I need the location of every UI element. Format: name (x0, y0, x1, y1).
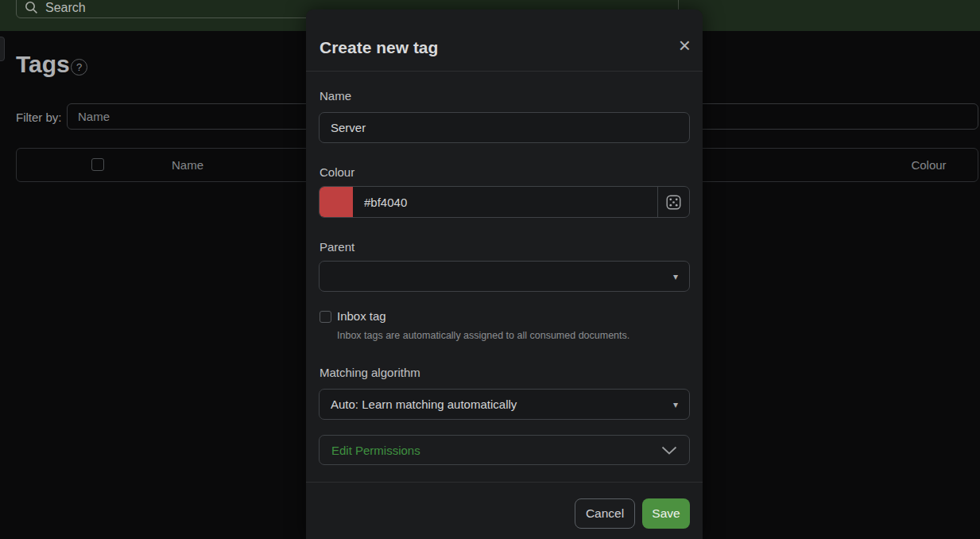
caret-down-icon: ▾ (673, 399, 678, 410)
modal-title: Create new tag (320, 38, 438, 57)
create-tag-modal: Create new tag × Name Colour Parent ▾ In… (306, 10, 703, 539)
inbox-tag-label[interactable]: Inbox tag (337, 309, 386, 323)
caret-down-icon: ▾ (673, 271, 678, 282)
search-icon (25, 1, 38, 14)
matching-algorithm-select[interactable]: Auto: Learn matching automatically ▾ (319, 389, 690, 420)
sidebar-edge-fragment (0, 37, 5, 61)
page-title: Tags (16, 51, 70, 78)
colour-label: Colour (320, 165, 354, 179)
edit-permissions-label: Edit Permissions (331, 444, 420, 457)
close-icon[interactable]: × (679, 35, 691, 56)
colour-input-group (319, 186, 690, 218)
dice-icon (666, 195, 681, 210)
inbox-tag-hint: Inbox tags are automatically assigned to… (337, 330, 629, 341)
column-header-colour[interactable]: Colour (891, 158, 966, 172)
column-header-name[interactable]: Name (144, 158, 231, 172)
random-colour-button[interactable] (657, 187, 689, 217)
colour-hex-input[interactable] (353, 187, 657, 217)
parent-label: Parent (320, 240, 354, 254)
help-icon[interactable]: ? (71, 59, 87, 76)
cancel-button[interactable]: Cancel (575, 498, 635, 529)
name-label: Name (320, 89, 351, 103)
colour-swatch (320, 187, 353, 217)
matching-algorithm-label: Matching algorithm (320, 366, 420, 379)
inbox-tag-checkbox[interactable] (320, 311, 331, 323)
edit-permissions-toggle[interactable]: Edit Permissions (319, 435, 690, 465)
filter-by-label: Filter by: (16, 111, 62, 124)
matching-algorithm-value: Auto: Learn matching automatically (331, 397, 517, 411)
chevron-down-icon (661, 446, 677, 455)
parent-select[interactable]: ▾ (319, 261, 690, 292)
save-button[interactable]: Save (642, 498, 690, 529)
modal-header-divider (306, 71, 703, 72)
global-search-placeholder: Search (45, 1, 86, 15)
tag-name-input[interactable] (319, 112, 690, 143)
select-all-checkbox[interactable] (91, 158, 104, 171)
modal-footer-divider (306, 482, 703, 483)
